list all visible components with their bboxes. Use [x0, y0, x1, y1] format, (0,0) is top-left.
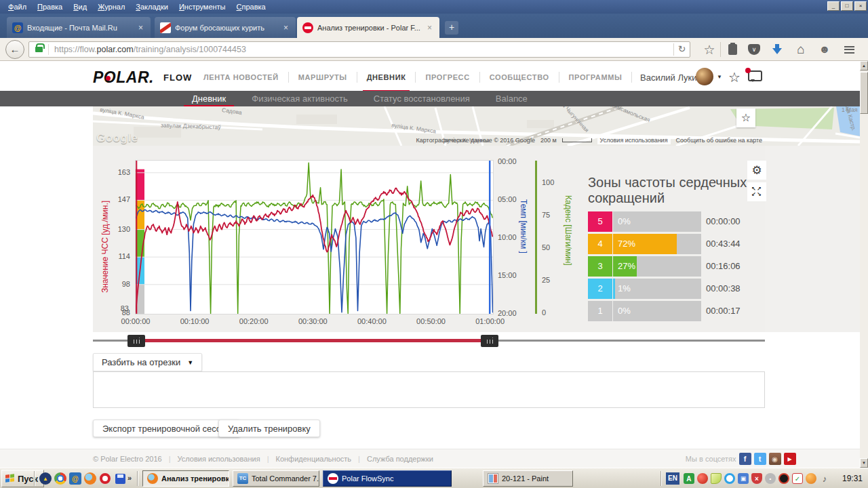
- scroll-thumb[interactable]: [860, 72, 868, 114]
- tab-bar: @ Входящие - Почта Mail.Ru × Форум броса…: [0, 14, 868, 38]
- subnav-diary[interactable]: Дневник: [192, 94, 226, 104]
- nav-programs[interactable]: ПРОГРАММЫ: [559, 72, 633, 83]
- quicklaunch-save-icon[interactable]: [114, 472, 126, 485]
- tab-close-icon[interactable]: ×: [136, 23, 145, 33]
- menu-tools[interactable]: Инструменты: [174, 3, 231, 11]
- footer-terms-link[interactable]: Условия использования: [178, 455, 260, 463]
- polar-logo[interactable]: POLAR.: [93, 68, 154, 87]
- quicklaunch-firefox-icon[interactable]: [84, 472, 96, 485]
- split-laps-button[interactable]: Разбить на отрезки ▼: [93, 353, 202, 371]
- subnav-balance[interactable]: Balance: [496, 94, 528, 104]
- tray-ball-icon[interactable]: [806, 473, 816, 484]
- favorites-star-icon[interactable]: ☆: [728, 69, 741, 85]
- pocket-icon[interactable]: ∨: [746, 42, 762, 57]
- quicklaunch-opera-icon[interactable]: [99, 472, 111, 485]
- zone-number: 2: [588, 279, 612, 299]
- tray-notes-icon[interactable]: [711, 473, 722, 484]
- top-navigation: ЛЕНТА НОВОСТЕЙ МАРШРУТЫ ДНЕВНИК ПРОГРЕСС…: [194, 72, 632, 83]
- menu-view[interactable]: Вид: [68, 3, 92, 11]
- map-terms-link[interactable]: Условия использования: [597, 136, 671, 144]
- tray-antivirus-icon[interactable]: ✓: [792, 473, 803, 484]
- nav-routes[interactable]: МАРШРУТЫ: [289, 72, 357, 83]
- user-name[interactable]: Василий Лукин: [640, 73, 702, 83]
- twitter-icon[interactable]: t: [754, 453, 766, 465]
- close-button[interactable]: ×: [854, 1, 867, 11]
- home-icon[interactable]: ⌂: [793, 42, 809, 57]
- gear-icon[interactable]: ⚙: [747, 161, 766, 180]
- menu-file[interactable]: Файл: [3, 3, 32, 11]
- youtube-icon[interactable]: ▶: [784, 453, 796, 465]
- new-tab-button[interactable]: +: [445, 21, 458, 35]
- quicklaunch-mail-agent-icon[interactable]: @: [69, 472, 81, 485]
- task-button-firefox[interactable]: Анализ тренировки - ...: [142, 470, 229, 487]
- hamburger-menu-icon[interactable]: [841, 42, 857, 57]
- nav-progress[interactable]: ПРОГРЕСС: [416, 72, 479, 83]
- tab-forum[interactable]: Форум бросающих курить ×: [155, 17, 296, 38]
- back-button[interactable]: ←: [5, 40, 24, 59]
- menu-help[interactable]: Справка: [231, 3, 271, 11]
- slider-handle-left[interactable]: [127, 335, 145, 347]
- restore-button[interactable]: □: [841, 1, 853, 11]
- avatar[interactable]: [696, 68, 713, 85]
- route-map[interactable]: вуліца К. МарксаСадовазавулак Дзекабрыст…: [93, 106, 860, 146]
- tray-opera-icon[interactable]: [778, 473, 789, 484]
- tray-torrent-icon[interactable]: [724, 473, 735, 484]
- tray-plugin-icon[interactable]: ▣: [738, 473, 749, 484]
- task-button-paint[interactable]: 20-121 - Paint: [483, 470, 573, 487]
- nav-diary[interactable]: ДНЕВНИК: [357, 72, 416, 83]
- taskbar-separator: [660, 471, 662, 486]
- minimize-button[interactable]: _: [827, 1, 840, 11]
- menu-bookmarks[interactable]: Закладки: [130, 3, 174, 11]
- tab-close-icon[interactable]: ×: [425, 23, 434, 33]
- menu-edit[interactable]: Правка: [32, 3, 68, 11]
- url-domain: polar.com: [97, 45, 134, 54]
- quicklaunch-avg-icon[interactable]: ▲: [39, 472, 52, 485]
- tray-volume-icon[interactable]: ♪: [819, 473, 830, 484]
- slider-handle-right[interactable]: [481, 335, 498, 347]
- chevron-down-icon[interactable]: ▼: [717, 74, 722, 80]
- instagram-icon[interactable]: ◉: [769, 453, 781, 465]
- quicklaunch-chrome-icon[interactable]: [54, 472, 66, 485]
- zone-bar: 0%: [613, 211, 701, 232]
- task-button-flowsync[interactable]: Polar FlowSync: [323, 470, 452, 487]
- expand-icon[interactable]: ↖↗↙↘: [747, 182, 766, 201]
- nav-feed[interactable]: ЛЕНТА НОВОСТЕЙ: [194, 72, 289, 83]
- tray-bug-icon[interactable]: [697, 473, 708, 484]
- task-label: Total Commander 7.55 r...: [252, 474, 319, 483]
- start-button[interactable]: Пуск: [1, 470, 44, 487]
- menu-history[interactable]: Журнал: [92, 3, 130, 11]
- reload-icon[interactable]: ↻: [673, 43, 690, 56]
- map-report-link[interactable]: Сообщить об ошибке на карте: [676, 137, 762, 144]
- downloads-icon[interactable]: [769, 42, 785, 57]
- delete-training-button[interactable]: Удалить тренировку: [218, 420, 320, 437]
- page-scrollbar[interactable]: ▲ ▼: [860, 61, 868, 468]
- nav-community[interactable]: СООБЩЕСТВО: [480, 72, 559, 83]
- tray-webcam-icon[interactable]: •: [765, 473, 776, 484]
- system-tray: EN A ▣ × • ✓ ♪ 19:31: [660, 470, 868, 487]
- subnav-activity[interactable]: Физическая активность: [252, 94, 348, 104]
- scroll-down-arrow[interactable]: ▼: [860, 458, 868, 468]
- notifications-chat-icon[interactable]: [748, 70, 762, 81]
- tray-aimp-icon[interactable]: A: [684, 473, 694, 484]
- clipboard-icon[interactable]: [724, 42, 741, 57]
- chat-smiley-icon[interactable]: ☻: [816, 42, 833, 57]
- scroll-up-arrow[interactable]: ▲: [860, 61, 868, 70]
- footer-support-link[interactable]: Служба поддержки: [367, 455, 433, 463]
- quicklaunch-overflow-chevron[interactable]: »: [127, 474, 132, 482]
- tray-shield-icon[interactable]: ×: [751, 473, 762, 484]
- hr-zones-title: Зоны частоты сердечных сокращений: [588, 175, 771, 206]
- zone-bar: 72%: [613, 234, 701, 254]
- zone-bar-fill: [613, 279, 615, 299]
- address-bar[interactable]: https://flow.polar.com/training/analysis…: [28, 41, 690, 58]
- tab-close-icon[interactable]: ×: [281, 23, 290, 33]
- facebook-icon[interactable]: f: [739, 453, 751, 465]
- bookmark-star-icon[interactable]: ☆: [701, 42, 717, 57]
- task-button-total-commander[interactable]: TC Total Commander 7.55 r...: [233, 470, 319, 487]
- training-chart[interactable]: [136, 161, 493, 314]
- subnav-recovery[interactable]: Статус восстановления: [374, 94, 470, 104]
- tab-polar-active[interactable]: Анализ тренировки - Polar F... ×: [297, 17, 439, 38]
- map-favorite-star-icon[interactable]: ☆: [736, 108, 755, 127]
- language-indicator[interactable]: EN: [666, 472, 679, 485]
- tab-mail[interactable]: @ Входящие - Почта Mail.Ru ×: [7, 17, 151, 38]
- footer-privacy-link[interactable]: Конфиденциальность: [275, 455, 351, 463]
